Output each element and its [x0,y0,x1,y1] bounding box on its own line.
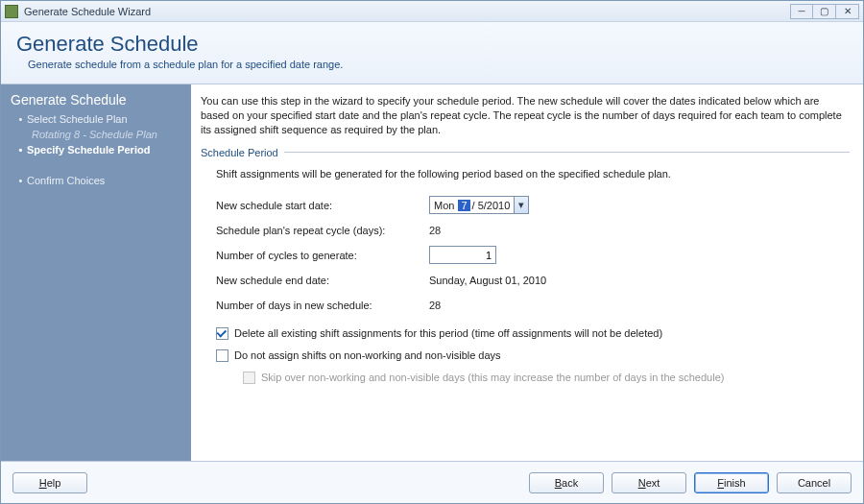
num-days-value: 28 [429,300,441,311]
row-end-date: New schedule end date: Sunday, August 01… [216,268,850,293]
page-subtitle: Generate schedule from a schedule plan f… [16,59,848,70]
body: Generate Schedule •Select Schedule Plan … [1,84,863,461]
cycles-input[interactable] [429,246,496,264]
end-date-value: Sunday, August 01, 2010 [429,275,546,286]
back-button[interactable]: Back [529,472,604,493]
finish-button[interactable]: Finish [694,472,769,493]
window-buttons: ─ ▢ ✕ [790,4,859,19]
next-button[interactable]: Next [612,472,686,493]
intro-text: You can use this step in the wizard to s… [201,94,850,137]
step-confirm[interactable]: •Confirm Choices [18,175,181,186]
checkbox-nonworking[interactable]: Do not assign shifts on non-working and … [216,349,850,362]
btn-rest: ext [646,477,660,489]
checkbox-label: Skip over non-working and non-visible da… [261,372,724,383]
help-button[interactable]: Help [12,472,87,493]
maximize-button[interactable]: ▢ [813,4,836,19]
checkbox-icon [216,349,228,362]
row-start-date: New schedule start date: Mon 7 / 5/2010 … [216,193,850,218]
end-date-label: New schedule end date: [216,275,429,286]
step-specify-period[interactable]: •Specify Schedule Period [18,144,181,156]
start-date-label: New schedule start date: [216,200,429,211]
divider [284,152,850,153]
checkbox-icon [216,327,228,340]
repeat-cycle-label: Schedule plan's repeat cycle (days): [216,225,429,236]
cycles-label: Number of cycles to generate: [216,250,429,261]
btn-rest: inish [724,477,746,489]
checkbox-delete-existing[interactable]: Delete all existing shift assignments fo… [216,327,850,340]
start-date-rest: / 5/2010 [470,200,515,211]
checkbox-icon [243,372,255,384]
start-date-input[interactable]: Mon 7 / 5/2010 ▾ [429,196,529,214]
row-num-days: Number of days in new schedule: 28 [216,293,850,318]
step-selected-plan: Rotating 8 - Schedule Plan [32,129,181,140]
btn-rest: ack [562,477,578,489]
step-label: Select Schedule Plan [27,113,128,125]
lead-text: Shift assignments will be generated for … [216,168,850,180]
btn-rest: elp [47,477,61,489]
num-days-label: Number of days in new schedule: [216,300,429,311]
step-label: Specify Schedule Period [27,144,150,156]
chevron-down-icon[interactable]: ▾ [514,197,528,213]
page-title: Generate Schedule [16,32,848,57]
checkbox-label: Do not assign shifts on non-working and … [234,349,501,361]
app-icon [5,5,18,18]
titlebar: Generate Schedule Wizard ─ ▢ ✕ [1,1,863,22]
section-title: Schedule Period [201,147,278,158]
header-panel: Generate Schedule Generate schedule from… [1,22,863,84]
row-cycles: Number of cycles to generate: [216,243,850,268]
close-button[interactable]: ✕ [836,4,859,19]
wizard-window: Generate Schedule Wizard ─ ▢ ✕ Generate … [0,0,864,504]
step-label: Confirm Choices [27,175,105,186]
footer: Help Back Next Finish Cancel [1,461,863,503]
section-body: Shift assignments will be generated for … [201,168,850,384]
repeat-cycle-value: 28 [429,225,441,236]
window-title: Generate Schedule Wizard [24,6,790,17]
start-date-dow: Mon [430,200,458,211]
checkbox-label: Delete all existing shift assignments fo… [234,327,662,339]
start-date-selected-part: 7 [458,200,469,211]
minimize-button[interactable]: ─ [790,4,813,19]
section-header: Schedule Period [201,147,850,158]
step-select-plan[interactable]: •Select Schedule Plan [18,113,181,125]
sidebar: Generate Schedule •Select Schedule Plan … [1,84,191,461]
cancel-button[interactable]: Cancel [777,472,852,493]
btn-label: Cancel [798,477,830,489]
sidebar-title: Generate Schedule [11,92,181,108]
checkbox-skip-over: Skip over non-working and non-visible da… [243,372,850,384]
content-panel: You can use this step in the wizard to s… [191,84,863,461]
row-repeat-cycle: Schedule plan's repeat cycle (days): 28 [216,218,850,243]
